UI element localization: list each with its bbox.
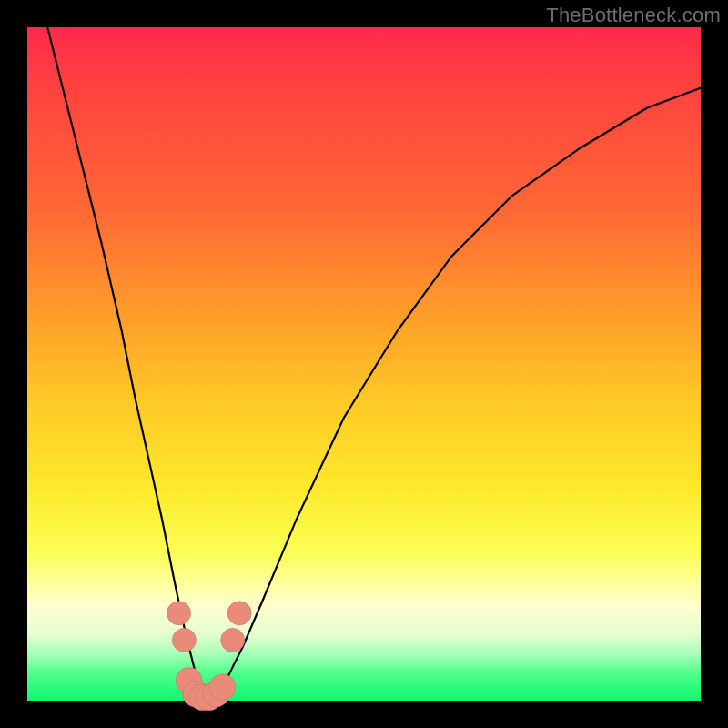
bottleneck-curve: [47, 27, 701, 701]
curve-marker: [209, 674, 236, 701]
chart-frame: [27, 27, 701, 701]
curve-marker: [167, 602, 191, 625]
curve-marker: [228, 602, 251, 625]
curve-marker: [221, 628, 245, 652]
chart-svg: [27, 27, 701, 701]
curve-marker: [172, 628, 196, 652]
watermark-text: TheBottleneck.com: [546, 4, 721, 27]
